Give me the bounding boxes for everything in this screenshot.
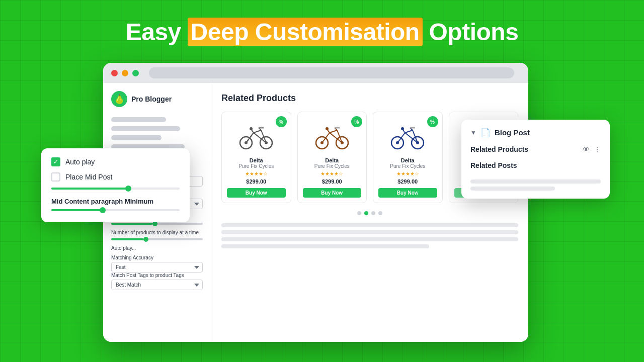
tags-group: Match Post Tags to product Tags Best Mat…	[111, 273, 203, 290]
heading-text-after: Options	[423, 19, 519, 45]
content-line-2	[221, 230, 518, 234]
tags-select[interactable]: Best Match	[111, 280, 203, 290]
blog-post-title: Blog Post	[495, 128, 530, 137]
num-display-group: Number of products to display at a time	[111, 230, 203, 240]
place-mid-post-checkbox[interactable]	[51, 172, 60, 182]
product-brand-3: Pure Fix Cycles	[378, 163, 437, 169]
dot-1[interactable]	[357, 211, 361, 215]
place-mid-post-label: Place Mid Post	[65, 173, 112, 181]
product-price-1: $299.00	[227, 178, 286, 185]
svg-line-19	[330, 130, 337, 133]
buy-now-3[interactable]: Buy Now	[378, 188, 437, 198]
content-lines	[221, 223, 518, 248]
heading-highlight: Deep Customisation	[188, 18, 423, 46]
product-name-3: Delta	[378, 157, 437, 163]
traffic-light-red[interactable]	[111, 70, 118, 76]
traffic-light-green[interactable]	[132, 70, 139, 76]
content-line-3	[221, 237, 518, 241]
product-brand-2: Pure Fix Cycles	[303, 163, 362, 169]
num-products-slider[interactable]	[111, 223, 203, 225]
blog-post-item-1: Related Products 👁 ⋮	[470, 142, 601, 156]
num-display-label: Number of products to display at a time	[111, 230, 203, 235]
nav-bar-1	[111, 117, 166, 122]
product-stars-1: ★★★★☆	[227, 171, 286, 176]
content-line-4	[221, 244, 429, 248]
dot-3[interactable]	[371, 211, 375, 215]
product-badge-3: %	[427, 116, 438, 127]
blog-post-item-label-1: Related Products	[470, 145, 528, 153]
blog-line-1	[470, 179, 601, 184]
main-heading: Easy Deep Customisation Options	[0, 0, 644, 46]
related-products-title: Related Products	[221, 93, 518, 104]
carousel-dots	[221, 211, 518, 215]
content-line-1	[221, 223, 518, 227]
buy-now-2[interactable]: Buy Now	[303, 188, 362, 198]
blog-icon: 📄	[480, 128, 491, 137]
blog-post-icons: 👁 ⋮	[583, 145, 601, 153]
dot-4[interactable]	[378, 211, 382, 215]
auto-play-checkbox[interactable]: ✓	[51, 157, 60, 166]
nav-bars	[111, 117, 203, 149]
tags-label: Match Post Tags to product Tags	[111, 273, 203, 278]
auto-play-row: ✓ Auto play	[51, 157, 180, 166]
nav-bar-3	[111, 135, 162, 140]
product-price-2: $299.00	[303, 178, 362, 185]
svg-point-36	[401, 127, 404, 130]
eye-icon[interactable]: 👁	[583, 145, 590, 153]
settings-slider-1[interactable]	[51, 188, 180, 190]
brand: 🍐 Pro Blogger	[111, 91, 203, 107]
blog-post-card: ▼ 📄 Blog Post Related Products 👁 ⋮ Relat…	[461, 120, 610, 199]
svg-line-6	[254, 130, 261, 133]
auto-play-label: Auto play	[65, 158, 95, 166]
settings-card: ✓ Auto play Place Mid Post Mid Content p…	[41, 148, 190, 222]
dots-icon[interactable]: ⋮	[594, 145, 601, 153]
address-bar	[149, 67, 514, 78]
product-name-1: Delta	[227, 157, 286, 163]
dot-2[interactable]	[364, 211, 368, 215]
brand-name: Pro Blogger	[131, 95, 172, 103]
brand-logo: 🍐	[111, 91, 127, 107]
product-badge-1: %	[276, 116, 287, 127]
settings-slider-2[interactable]	[51, 209, 180, 211]
traffic-light-yellow[interactable]	[122, 70, 128, 76]
blog-post-header: ▼ 📄 Blog Post	[470, 128, 601, 137]
product-card-1: %	[221, 112, 291, 203]
matching-accuracy-label: Matching Accuracy	[111, 255, 203, 260]
product-stars-3: ★★★★☆	[378, 171, 437, 176]
nav-bar-2	[111, 126, 180, 131]
product-badge-2: %	[351, 116, 362, 127]
product-stars-2: ★★★★☆	[303, 171, 362, 176]
chevron-icon: ▼	[470, 129, 476, 136]
product-card-3: %	[373, 112, 443, 203]
svg-line-31	[405, 130, 413, 133]
blog-lines	[470, 179, 601, 191]
matching-accuracy-group: Matching Accuracy Fast	[111, 255, 203, 273]
product-price-3: $299.00	[378, 178, 437, 185]
svg-point-24	[326, 127, 329, 130]
blog-post-item-2: Related Posts	[470, 156, 601, 174]
num-display-slider[interactable]	[111, 238, 203, 240]
heading-text-before: Easy	[126, 19, 188, 45]
svg-point-12	[250, 127, 253, 130]
blog-line-2	[470, 187, 555, 191]
place-mid-post-row: Place Mid Post	[51, 172, 180, 182]
matching-accuracy-select[interactable]: Fast	[111, 262, 203, 273]
buy-now-1[interactable]: Buy Now	[227, 188, 286, 198]
blog-post-item-label-2: Related Posts	[470, 159, 517, 171]
auto-play-hint: Auto play...	[111, 245, 203, 251]
browser-titlebar	[103, 63, 528, 83]
mid-content-label: Mid Content paragraph Minimum	[51, 198, 180, 205]
product-card-2: %	[297, 112, 367, 203]
product-brand-1: Pure Fix Cycles	[227, 163, 286, 169]
product-name-2: Delta	[303, 157, 362, 163]
